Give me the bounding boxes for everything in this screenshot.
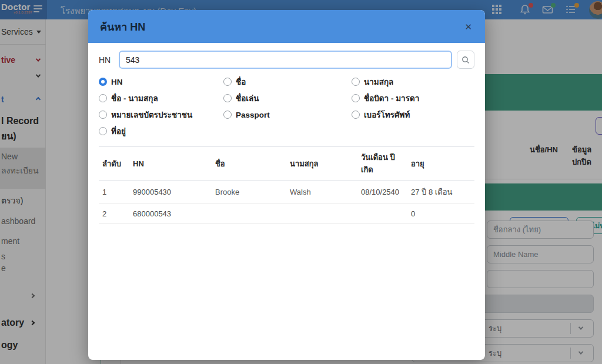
search-type-radio[interactable]: Passport [223, 108, 352, 121]
radio-unselected-icon [223, 78, 232, 86]
radio-label: ชื่อ - นามสกุล [111, 92, 158, 105]
search-type-radio[interactable]: ชื่อ [223, 75, 352, 88]
modal-header: ค้นหา HN ✕ [88, 10, 485, 43]
radio-label: HN [111, 78, 123, 86]
table-cell: 680000543 [129, 204, 212, 224]
radio-label: Passport [236, 111, 270, 119]
radio-unselected-icon [223, 111, 232, 119]
close-icon[interactable]: ✕ [464, 22, 472, 31]
search-type-radio-group: HNชื่อนามสกุลชื่อ - นามสกุลชื่อเล่นชื่อบ… [99, 75, 474, 138]
radio-label: ชื่อบิดา - มารดา [364, 92, 419, 105]
search-type-radio[interactable]: ที่อยู่ [99, 125, 223, 138]
table-cell [357, 204, 407, 224]
radio-label: ชื่อ [236, 75, 246, 88]
table-cell: 1 [99, 181, 129, 204]
search-results-table: ลำดับHNชื่อนามสกุลวันเดือน ปีเกิดอายุ 19… [99, 146, 474, 224]
radio-unselected-icon [99, 127, 107, 135]
search-type-radio[interactable]: เบอร์โทรศัพท์ [352, 108, 474, 121]
table-cell: Brooke [212, 181, 286, 204]
search-button[interactable] [457, 51, 474, 69]
radio-unselected-icon [99, 94, 107, 102]
search-type-radio[interactable]: ชื่อเล่น [223, 92, 352, 105]
table-cell: 990005430 [129, 181, 212, 204]
radio-label: หมายเลขบัตรประชาชน [111, 108, 192, 121]
hn-search-input[interactable] [119, 51, 452, 69]
radio-label: ชื่อเล่น [236, 92, 259, 105]
table-cell: 08/10/2540 [357, 181, 407, 204]
search-hn-modal: ค้นหา HN ✕ HN HNชื่อนามสกุลชื่อ - นามสกุ… [88, 10, 485, 360]
radio-unselected-icon [99, 111, 107, 119]
search-type-radio[interactable]: นามสกุล [352, 75, 474, 88]
search-icon [461, 56, 470, 64]
radio-label: ที่อยู่ [111, 125, 126, 138]
radio-unselected-icon [352, 78, 360, 86]
table-cell: 2 [99, 204, 129, 224]
table-column-header: วันเดือน ปีเกิด [357, 147, 407, 181]
table-column-header: ลำดับ [99, 147, 129, 181]
search-type-radio[interactable]: ชื่อบิดา - มารดา [352, 92, 474, 105]
table-cell: 27 ปี 8 เดือน [407, 181, 474, 204]
table-cell: Walsh [286, 181, 357, 204]
radio-label: นามสกุล [364, 75, 393, 88]
table-column-header: HN [129, 147, 212, 181]
search-type-radio[interactable]: หมายเลขบัตรประชาชน [99, 108, 223, 121]
modal-title: ค้นหา HN [100, 18, 145, 35]
table-row[interactable]: 1990005430BrookeWalsh08/10/254027 ปี 8 เ… [99, 181, 474, 204]
search-type-radio[interactable]: ชื่อ - นามสกุล [99, 92, 223, 105]
table-cell [212, 204, 286, 224]
table-cell [286, 204, 357, 224]
table-column-header: อายุ [407, 147, 474, 181]
table-row[interactable]: 26800005430 [99, 204, 474, 224]
table-column-header: ชื่อ [212, 147, 286, 181]
radio-label: เบอร์โทรศัพท์ [364, 108, 410, 121]
modal-body: HN HNชื่อนามสกุลชื่อ - นามสกุลชื่อเล่นชื… [88, 43, 485, 224]
search-type-radio[interactable]: HN [99, 75, 223, 88]
radio-unselected-icon [223, 94, 232, 102]
search-row: HN [99, 51, 474, 69]
table-column-header: นามสกุล [286, 147, 357, 181]
radio-unselected-icon [352, 94, 360, 102]
table-cell: 0 [407, 204, 474, 224]
radio-selected-icon [99, 78, 107, 86]
radio-unselected-icon [352, 111, 360, 119]
search-field-label: HN [99, 55, 112, 65]
